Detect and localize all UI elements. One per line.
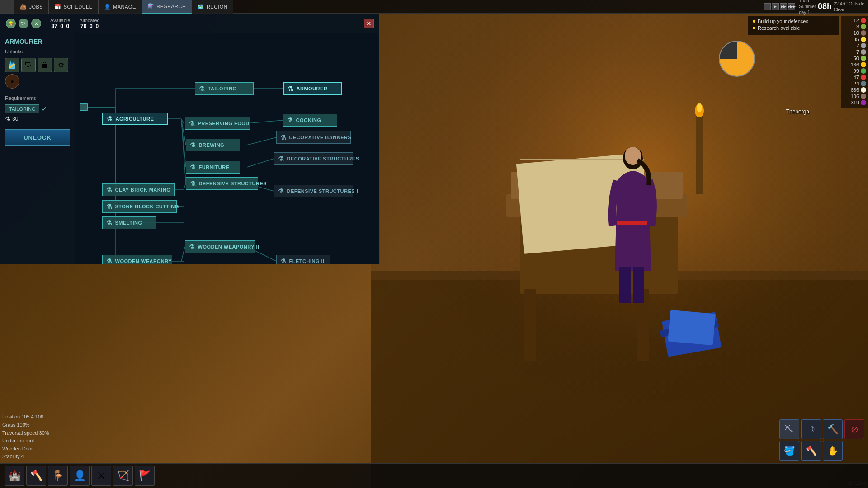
resource-icon-gold <box>861 62 866 67</box>
nav-manage[interactable]: 👤 MANAGE <box>99 0 142 14</box>
resource-row-1: 12 <box>843 18 866 23</box>
action-btn-hand[interactable]: ✋ <box>823 441 843 461</box>
pause-controls: ⏸ ▶ ▶▶ ▶▶▶ <box>764 3 795 10</box>
stat-available: Available 37 0 0 <box>50 18 70 29</box>
sword-icon: ⚔ <box>97 470 106 482</box>
resource-icon-pop <box>861 24 866 29</box>
available-workers: 👷 🛡 ⚔ <box>6 19 41 28</box>
cancel-icon: ⊘ <box>851 424 859 435</box>
req-tag: TAILORING <box>5 104 39 113</box>
theberga-label: Theberga <box>786 108 809 115</box>
action-btn-cancel[interactable]: ⊘ <box>844 419 864 439</box>
chair-icon: 🪑 <box>52 470 64 482</box>
resource-row-6: 7 <box>843 49 866 55</box>
resource-icon-herb <box>861 68 866 74</box>
nav-jobs[interactable]: 👜 JOBS <box>14 0 49 14</box>
unlock-button[interactable]: UNLOCK <box>5 129 70 146</box>
node-brewing[interactable]: ⚗ BREWING <box>186 139 240 151</box>
castle-icon: 🏰 <box>9 470 21 482</box>
resource-icon-bone <box>861 87 866 93</box>
node-cooking[interactable]: ⚗ COOKING <box>283 114 337 127</box>
action-btn-2[interactable]: ☽ <box>801 419 821 439</box>
node-furniture[interactable]: ⚗ FURNITURE <box>186 161 240 174</box>
flag-icon: 🚩 <box>139 470 151 482</box>
stat-allocated: Allocated 70 0 0 <box>79 18 99 29</box>
start-node <box>80 103 88 111</box>
resource-row-14: 319 <box>843 100 866 105</box>
sun-circle <box>719 41 755 77</box>
time-info-right: 22.4°C Outside Clear <box>834 1 864 13</box>
svg-rect-10 <box>696 113 703 194</box>
node-fletching-2[interactable]: ⚗ FLETCHING II <box>276 255 330 264</box>
node-agriculture[interactable]: ⚗ AGRICULTURE <box>102 113 168 125</box>
toolbar-btn-chair[interactable]: 🪑 <box>48 466 68 486</box>
action-btn-bucket[interactable]: 🪣 <box>779 441 799 461</box>
resource-icon-food <box>861 56 866 61</box>
resource-row-2: 3 <box>843 24 866 29</box>
close-button[interactable]: ✕ <box>364 19 374 28</box>
worker-icon-1: 👷 <box>6 19 16 28</box>
topbar-nav: ≡ 👜 JOBS 📅 SCHEDULE 👤 MANAGE ⚗️ RESEARCH… <box>0 0 233 14</box>
svg-rect-17 <box>633 267 644 303</box>
resource-icon-iron <box>861 75 866 80</box>
node-wooden-weaponry-2[interactable]: ⚗ WOODEN WEAPONRY II <box>185 240 255 253</box>
action-btn-axe[interactable]: 🪓 <box>801 441 821 461</box>
toolbar-btn-person[interactable]: 👤 <box>70 466 90 486</box>
resource-row-10: 47 <box>843 75 866 80</box>
req-cost: ⚗ 30 <box>5 115 70 122</box>
node-preserving-food[interactable]: ⚗ PRESERVING FOOD <box>185 117 250 130</box>
node-tailoring[interactable]: ⚗ TAILORING <box>195 82 254 95</box>
node-stone-block-cutting[interactable]: ⚗ STONE BLOCK CUTTING <box>102 200 177 213</box>
toolbar-btn-flag[interactable]: 🚩 <box>135 466 155 486</box>
resource-row-4: 35 <box>843 37 866 42</box>
node-clay-brick-making[interactable]: ⚗ CLAY BRICK MAKING <box>102 183 175 196</box>
research-tree: ⚗ TAILORING ⚗ ARMOURER ⚗ AGRICULTURE ⚗ P… <box>75 33 379 264</box>
svg-point-12 <box>697 103 702 112</box>
node-defensive-structures[interactable]: ⚗ DEFENSIVE STRUCTURES <box>186 177 258 190</box>
unlocks-label: Unlocks <box>5 49 70 54</box>
toolbar-btn-axe2[interactable]: 🪓 <box>26 466 46 486</box>
menu-icon: ≡ <box>5 4 9 9</box>
pause-btn-4[interactable]: ▶▶▶ <box>788 3 795 10</box>
node-armourer[interactable]: ⚗ ARMOURER <box>283 82 342 95</box>
right-actions: ⛏ ☽ 🔨 ⊘ 🪣 🪓 ✋ <box>779 419 864 461</box>
notification-2: Research available <box>753 25 834 31</box>
menu-button[interactable]: ≡ <box>0 0 14 14</box>
toolbar-btn-sword[interactable]: ⚔ <box>91 466 111 486</box>
pause-btn-2[interactable]: ▶ <box>772 3 779 10</box>
unlock-item-2: 🛡 <box>21 58 36 72</box>
resource-row-9: 99 <box>843 68 866 74</box>
node-wooden-weaponry[interactable]: ⚗ WOODEN WEAPONRY <box>102 255 172 264</box>
nav-region[interactable]: 🗺️ REGION <box>192 0 233 14</box>
time-info-left: 1353 Summer day 1 <box>799 0 816 15</box>
notification-1: Build up your defences <box>753 19 834 24</box>
nav-schedule[interactable]: 📅 SCHEDULE <box>49 0 98 14</box>
node-decorative-banners[interactable]: ⚗ DECORATIVE BANNERS <box>276 131 351 144</box>
unlock-item-5: ● <box>5 74 19 89</box>
resource-icon-map <box>861 30 866 36</box>
node-decorative-structures[interactable]: ⚗ DECORATIVE STRUCTURES <box>274 152 353 165</box>
region-icon: 🗺️ <box>197 4 204 10</box>
pause-btn-1[interactable]: ⏸ <box>764 3 771 10</box>
resource-row-3: 10 <box>843 30 866 36</box>
node-defensive-structures-2[interactable]: ⚗ DEFENSIVE STRUCTURES II <box>274 185 353 197</box>
pause-btn-3[interactable]: ▶▶ <box>780 3 787 10</box>
resource-row-8: 166 <box>843 62 866 67</box>
toolbar-btn-crossbow[interactable]: 🏹 <box>113 466 133 486</box>
resource-row-13: 106 <box>843 94 866 99</box>
node-smelting[interactable]: ⚗ SMELTING <box>102 216 156 229</box>
research-panel: 👷 🛡 ⚔ Available 37 0 0 Allocated 70 0 0 … <box>0 14 380 264</box>
resource-row-12: 636 <box>843 87 866 93</box>
bucket-icon: 🪣 <box>784 446 795 456</box>
action-btn-1[interactable]: ⛏ <box>779 419 799 439</box>
svg-rect-16 <box>619 267 631 303</box>
panel-body: ARMOURER Unlocks 🎽 🛡 🗑 ⚙ ● Requ <box>0 33 379 264</box>
toolbar-btn-castle[interactable]: 🏰 <box>5 466 24 486</box>
action-btn-3[interactable]: 🔨 <box>823 419 843 439</box>
person-icon: 👤 <box>74 470 86 482</box>
flask-icon-req: ⚗ <box>5 115 11 122</box>
sickle-icon: ☽ <box>807 424 815 435</box>
nav-research[interactable]: ⚗️ RESEARCH <box>142 0 192 14</box>
sidebar-title: ARMOURER <box>5 38 70 45</box>
sun-indicator <box>714 36 760 81</box>
